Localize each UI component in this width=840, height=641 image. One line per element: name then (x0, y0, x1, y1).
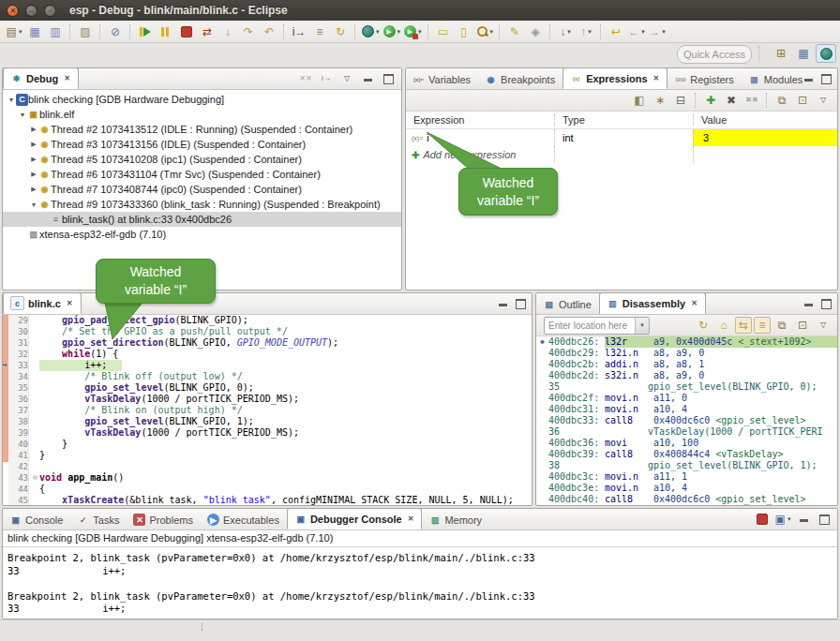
mark-occurrences-button[interactable]: ✎ (505, 22, 524, 41)
code-line-30[interactable]: 30 /* Set the GPIO as a push/pull output… (8, 326, 532, 337)
tab-blink-c[interactable]: cblink.c✕ (3, 292, 82, 314)
tab-debugger-console[interactable]: ▣Debugger Console✕ (287, 508, 423, 529)
tab-registers[interactable]: 1010Registers (668, 69, 741, 89)
remove-all-terminated-icon[interactable]: ✕✕ (296, 70, 315, 87)
tree-expander-icon[interactable]: ▼ (29, 201, 38, 208)
instruction-pointer-icon[interactable]: ↪ (2, 360, 13, 370)
debug-tree-item[interactable]: ▶◉Thread #5 1073410208 (ipc1) (Suspended… (3, 152, 401, 167)
debug-tree-item[interactable]: ▼◉Thread #9 1073433360 (blink_task : Run… (3, 197, 401, 212)
code-line-34[interactable]: 34 /* Blink off (output low) */ (8, 371, 532, 382)
disassembly-line[interactable]: 400dbc3c:movi.na11, 1 (536, 471, 837, 483)
step-over-button[interactable]: ↷ (239, 22, 258, 41)
debug-tree-item[interactable]: ▶◉Thread #3 1073413156 (IDLE) (Suspended… (3, 137, 401, 152)
statusbar-grip[interactable]: ⁞ (201, 622, 202, 633)
maximize-icon[interactable] (818, 70, 834, 87)
column-value[interactable]: Value (693, 114, 837, 126)
add-new-expression-row[interactable]: ✚Add new expression (406, 146, 837, 163)
home-icon[interactable]: ⌂ (714, 317, 733, 334)
previous-annotation-button-dropdown[interactable]: ▾ (588, 28, 592, 36)
display-selected-console-icon-dropdown[interactable]: ▾ (788, 515, 791, 523)
code-line-38[interactable]: 38 gpio_set_level(BLINK_GPIO, 1); (8, 416, 532, 427)
maximize-icon[interactable] (815, 511, 833, 528)
save-all-button[interactable]: ▥ (46, 22, 65, 41)
code-line-42[interactable]: 42 (8, 461, 532, 472)
new-view-icon[interactable]: ⧉ (772, 92, 791, 109)
maximize-icon[interactable] (512, 295, 529, 312)
save-button[interactable]: ▦ (25, 22, 44, 41)
code-line-36[interactable]: 36 vTaskDelay(1000 / portTICK_PERIOD_MS)… (8, 394, 532, 405)
previous-annotation-button[interactable]: ↑▾ (577, 22, 595, 41)
instruction-stepping-mode-icon[interactable]: i→ (317, 70, 336, 87)
show-source-icon[interactable]: ≡ (754, 317, 771, 334)
forward-button-dropdown[interactable]: ▾ (662, 28, 666, 36)
show-logical-structures-icon[interactable]: ∗ (651, 92, 669, 109)
tab-problems[interactable]: ✕Problems (127, 510, 200, 529)
disassembly-line[interactable]: 400dbc29:l32i.na8, a9, 0 (536, 348, 837, 359)
tree-expander-icon[interactable]: ▼ (18, 112, 27, 118)
external-tools-button-dropdown[interactable]: ▾ (418, 28, 422, 36)
search-button-dropdown[interactable]: ▾ (490, 28, 494, 36)
open-perspective-icon[interactable]: ⊞ (771, 44, 791, 63)
tree-expander-icon[interactable]: ▶ (29, 186, 38, 193)
minimize-icon[interactable] (800, 295, 817, 312)
code-line-29[interactable]: 29 gpio_pad_select_gpio(BLINK_GPIO); (8, 315, 532, 326)
tab-close-icon[interactable]: ✕ (63, 73, 71, 83)
run-button-dropdown[interactable]: ▾ (398, 28, 401, 36)
debug-tree-item[interactable]: ▶◉Thread #2 1073413512 (IDLE : Running) … (3, 122, 401, 137)
resume-button[interactable] (136, 22, 155, 41)
skip-all-breakpoints-button[interactable]: ⊘ (106, 22, 125, 41)
tree-expander-icon[interactable]: ▶ (29, 126, 38, 133)
run-button[interactable]: ▶▾ (382, 22, 402, 41)
step-return-button[interactable]: ↶ (260, 22, 278, 41)
terminate-console-icon[interactable] (753, 511, 772, 528)
code-editor[interactable]: 29 gpio_pad_select_gpio(BLINK_GPIO);30 /… (3, 315, 532, 506)
build-button[interactable]: ▨ (76, 22, 95, 41)
pin-view-icon[interactable]: ⊡ (793, 92, 812, 109)
window-close-button[interactable]: ✕ (7, 5, 19, 17)
remove-all-expressions-icon[interactable]: ✖✖ (742, 92, 761, 109)
refresh-icon[interactable]: ↻ (694, 317, 712, 334)
code-line-44[interactable]: 44{ (8, 484, 532, 495)
suspend-button[interactable] (157, 22, 175, 41)
column-type[interactable]: Type (554, 114, 693, 126)
debug-tree-item[interactable]: ▼▣blink.elf (3, 107, 401, 122)
collapse-all-icon[interactable]: ⊟ (671, 92, 690, 109)
tab-close-icon[interactable]: ✕ (66, 298, 74, 308)
restart-button[interactable]: ↻ (331, 22, 350, 41)
maximize-icon[interactable] (818, 295, 834, 312)
disassembly-source-line[interactable]: 35gpio_set_level(BLINK_GPIO, 0); (536, 381, 837, 393)
debug-tree-item[interactable]: ▥xtensa-esp32-elf-gdb (7.10) (3, 227, 401, 242)
cpp-perspective-icon[interactable]: ▦ (793, 44, 814, 63)
code-line-32[interactable]: 32 while(1) { (8, 349, 532, 360)
remove-expression-icon[interactable]: ✖ (722, 92, 741, 109)
display-selected-console-icon[interactable]: ▣▾ (773, 511, 792, 528)
code-line-31[interactable]: 31 gpio_set_direction(BLINK_GPIO, GPIO_M… (8, 337, 532, 349)
open-element-button[interactable]: ▭ (434, 22, 453, 41)
expression-row[interactable]: (x)=iint3 (406, 129, 837, 146)
tab-console[interactable]: ▣Console (3, 510, 70, 529)
window-maximize-button[interactable]: ▫ (44, 5, 56, 17)
tab-disassembly[interactable]: ▥Disassembly✕ (599, 292, 706, 314)
show-type-names-icon[interactable]: ◧ (630, 92, 649, 109)
disassembly-line[interactable]: 400dbc2b:addi.na8, a8, 1 (536, 359, 837, 370)
disassembly-line[interactable]: 400dbc31:movi.na10, 4 (536, 404, 837, 415)
disassembly-source-line[interactable]: 38gpio_set_level(BLINK_GPIO, 1); (536, 460, 837, 471)
tab-variables[interactable]: (x)=Variables (406, 69, 478, 89)
debug-button[interactable]: ▾ (361, 22, 381, 41)
view-menu-icon[interactable]: ▽ (814, 317, 832, 334)
minimize-icon[interactable] (794, 511, 813, 528)
code-line-37[interactable]: 37 /* Blink on (output high) */ (8, 405, 532, 416)
disassembly-line[interactable]: 400dbc33:call80x400dc6c0 <gpio_set_level… (536, 415, 837, 426)
minimize-icon[interactable] (494, 295, 511, 312)
view-menu-icon[interactable]: ▽ (814, 92, 832, 109)
next-annotation-button[interactable]: ↓▾ (556, 22, 575, 41)
tab-debug[interactable]: ✱Debug✕ (3, 67, 79, 89)
debug-tree-item[interactable]: ▼Cblink checking [GDB Hardware Debugging… (3, 92, 401, 107)
sync-with-context-icon[interactable]: ⇆ (735, 317, 752, 334)
debug-button-dropdown[interactable]: ▾ (376, 28, 380, 36)
tab-tasks[interactable]: ✓Tasks (70, 510, 127, 529)
external-tools-button[interactable]: ▶▾ (403, 22, 423, 41)
location-dropdown-icon[interactable]: ▼ (635, 318, 649, 334)
disassembly-source-line[interactable]: 36vTaskDelay(1000 / portTICK_PERI (536, 426, 837, 438)
back-button-dropdown[interactable]: ▾ (641, 28, 645, 36)
